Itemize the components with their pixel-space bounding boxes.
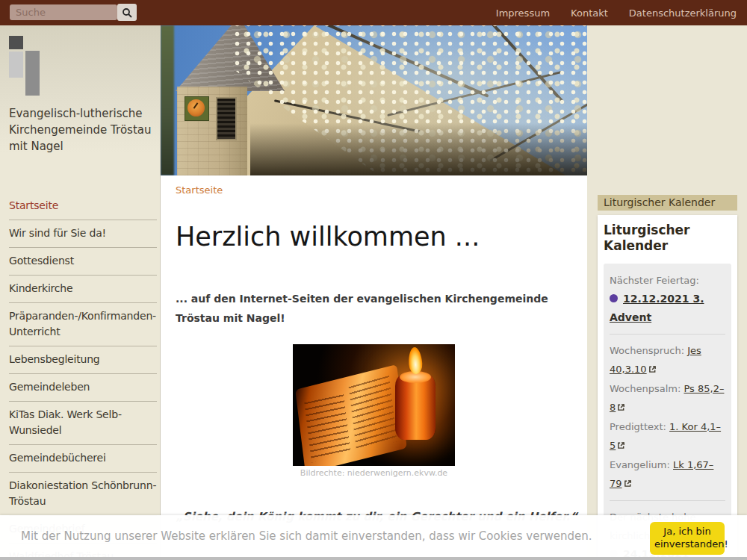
photo-clock xyxy=(185,96,209,121)
nav-item-kinderkirche[interactable]: Kinderkirche xyxy=(9,276,157,303)
nav-item-gottesdienst[interactable]: Gottesdienst xyxy=(9,248,157,276)
wochenpsalm-row: Wochenpsalm: Ps 85,2–8 xyxy=(610,379,725,417)
nav-item-wir-sind-fuer-sie-da[interactable]: Wir sind für Sie da! xyxy=(9,220,157,248)
wochenspruch-row: Wochenspruch: Jes 40,3.10 xyxy=(610,341,725,379)
wochenpsalm-label: Wochenpsalm: xyxy=(610,383,681,394)
next-holiday-label: Nächster Feiertag: xyxy=(610,271,725,290)
nav-item-lebensbegleitung[interactable]: Lebensbegleitung xyxy=(9,346,157,374)
left-sidebar: Evangelisch-lutherische Kirchengemeinde … xyxy=(0,25,161,560)
top-links: Impressum Kontakt Datenschutzerklärung xyxy=(496,0,737,25)
candle-figure: Bildrechte: niederwenigern.ekvw.de xyxy=(293,344,455,478)
header-photo-church xyxy=(161,25,587,175)
image-caption: Bildrechte: niederwenigern.ekvw.de xyxy=(293,468,455,478)
external-link-icon xyxy=(648,361,657,379)
nav-item-gemeindeleben[interactable]: Gemeindeleben xyxy=(9,374,157,402)
logo-block-light xyxy=(9,52,23,78)
candle-songbook-image xyxy=(293,344,455,466)
logo-block-dark xyxy=(9,36,23,49)
predigttext-label: Predigttext: xyxy=(610,421,666,432)
main-navigation: Startseite Wir sind für Sie da! Gottesdi… xyxy=(9,193,157,560)
cookie-accept-button[interactable]: Ja, ich bin einverstanden! xyxy=(650,522,725,555)
site-title: Evangelisch-lutherische Kirchengemeinde … xyxy=(9,105,152,155)
liturgical-panel-title: Liturgischer Kalender xyxy=(604,223,731,254)
nav-item-diakoniestation[interactable]: Diakoniestation Schönbrunn-Tröstau xyxy=(9,473,157,516)
top-link-impressum[interactable]: Impressum xyxy=(496,7,550,19)
external-link-icon xyxy=(617,437,625,455)
cookie-message: Mit der Nutzung unserer Website erklären… xyxy=(21,529,592,543)
songbook-art xyxy=(295,364,407,466)
search-input[interactable] xyxy=(10,4,117,20)
next-holiday-row: 12.12.2021 3. Advent xyxy=(610,290,725,327)
site-logo xyxy=(9,36,54,108)
top-bar: Impressum Kontakt Datenschutzerklärung xyxy=(0,0,747,25)
candle-art xyxy=(395,374,436,440)
breadcrumb[interactable]: Startseite xyxy=(176,184,223,196)
top-link-kontakt[interactable]: Kontakt xyxy=(571,7,608,19)
photo-window-shutter xyxy=(216,97,237,140)
photo-shadow xyxy=(250,123,587,175)
liturgical-calendar-label: Liturgischer Kalender xyxy=(598,195,737,211)
nav-item-kitas[interactable]: KiTas Diak. Werk Selb-Wunsiedel xyxy=(9,402,157,445)
intro-text: ... auf den Internet-Seiten der evangeli… xyxy=(176,289,574,328)
holiday-bullet-icon xyxy=(610,294,618,302)
evangelium-label: Evangelium: xyxy=(610,459,670,470)
liturgical-calendar-panel: Liturgischer Kalender Nächster Feiertag:… xyxy=(598,215,737,560)
external-link-icon xyxy=(624,475,632,494)
nav-item-gemeindebuecherei[interactable]: Gemeindebücherei xyxy=(9,445,157,473)
predigttext-row: Predigttext: 1. Kor 4,1–5 xyxy=(610,417,725,455)
photo-trees xyxy=(161,25,174,175)
next-holiday-link[interactable]: 12.12.2021 3. Advent xyxy=(610,293,704,323)
nav-item-startseite[interactable]: Startseite xyxy=(9,193,157,220)
nav-item-konfirmanden-unterricht[interactable]: Präparanden-/Konfirmanden-Unterricht xyxy=(9,303,157,346)
wochenspruch-label: Wochenspruch: xyxy=(610,345,684,356)
external-link-icon xyxy=(617,399,625,417)
search-button[interactable] xyxy=(117,4,137,21)
logo-block-mid xyxy=(25,51,40,96)
evangelium-row: Evangelium: Lk 1,67–79 xyxy=(610,455,725,494)
page-title: Herzlich willkommen ... xyxy=(176,220,480,253)
cookie-consent-bar: Mit der Nutzung unserer Website erklären… xyxy=(0,515,747,560)
flame-art xyxy=(408,346,423,374)
main-content: Startseite Herzlich willkommen ... ... a… xyxy=(161,175,587,560)
divider xyxy=(610,500,725,501)
search-icon xyxy=(122,7,132,18)
divider xyxy=(610,334,725,335)
top-link-datenschutz[interactable]: Datenschutzerklärung xyxy=(629,7,737,19)
